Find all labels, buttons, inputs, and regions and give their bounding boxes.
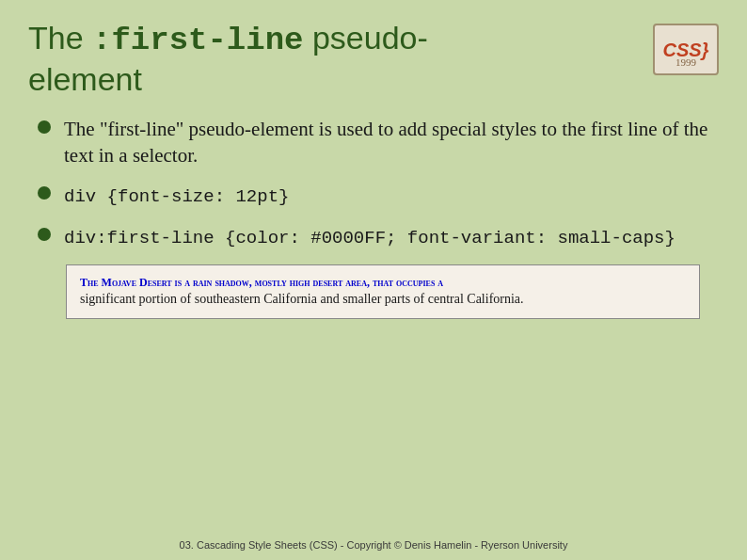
bullet-text-1: The "first-line" pseudo-element is used … bbox=[64, 116, 719, 169]
demo-box: The Mojave Desert is a rain shadow, most… bbox=[66, 264, 700, 319]
list-item: div:first-line {color: #0000FF; font-var… bbox=[38, 223, 719, 251]
title-code: :first-line bbox=[92, 23, 303, 58]
bullet-list: The "first-line" pseudo-element is used … bbox=[38, 116, 719, 251]
bullet-dot bbox=[38, 120, 51, 134]
bullet-text-3: div:first-line {color: #0000FF; font-var… bbox=[64, 223, 675, 251]
page-title: The :first-line pseudo-element bbox=[28, 19, 428, 99]
footer-text: 03. Cascading Style Sheets (CSS) - Copyr… bbox=[180, 539, 568, 551]
css-logo-year: 1999 bbox=[655, 56, 717, 68]
css-logo: CSS} 1999 bbox=[653, 24, 719, 75]
main-container: The :first-line pseudo-element CSS} 1999… bbox=[0, 0, 747, 560]
footer: 03. Cascading Style Sheets (CSS) - Copyr… bbox=[0, 539, 747, 551]
bullet-dot bbox=[38, 186, 51, 200]
header-area: The :first-line pseudo-element CSS} 1999 bbox=[28, 19, 719, 99]
list-item: The "first-line" pseudo-element is used … bbox=[38, 116, 719, 169]
title-prefix: The bbox=[28, 20, 92, 56]
bullet-text-2: div {font-size: 12pt} bbox=[64, 182, 289, 210]
demo-first-line: The Mojave Desert is a rain shadow, most… bbox=[80, 275, 686, 291]
demo-rest: significant portion of southeastern Cali… bbox=[80, 290, 686, 309]
bullet-dot bbox=[38, 228, 51, 241]
list-item: div {font-size: 12pt} bbox=[38, 182, 719, 210]
